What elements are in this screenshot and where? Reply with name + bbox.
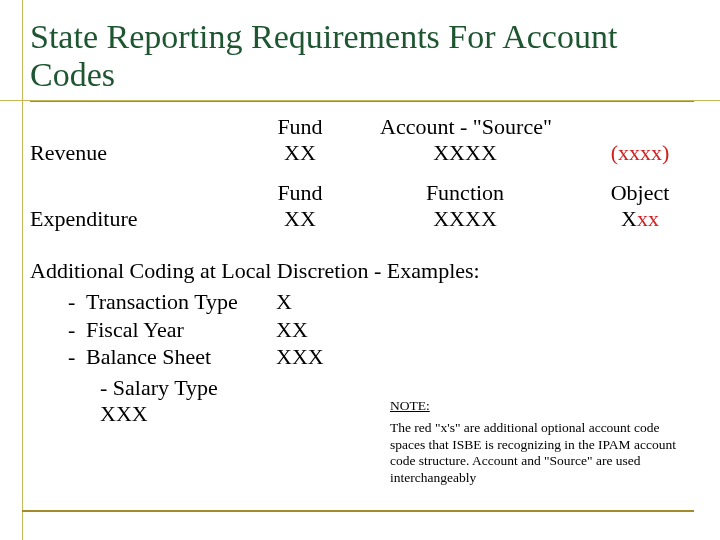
- exp-fund-value: XX: [230, 206, 370, 232]
- exp-object-header: Object: [560, 180, 720, 206]
- expenditure-headers: Fund Function Object: [30, 180, 694, 206]
- note-box: NOTE: The red "x's" are additional optio…: [390, 398, 690, 486]
- addl-label: Transaction Type: [86, 288, 276, 316]
- exp-object-prefix: X: [621, 206, 637, 231]
- expenditure-values: Expenditure XX XXXX Xxx: [30, 206, 694, 232]
- dash-icon: -: [68, 288, 86, 316]
- exp-object-value: Xxx: [560, 206, 720, 232]
- exp-fund-header: Fund: [230, 180, 370, 206]
- expenditure-label: Expenditure: [30, 206, 230, 232]
- list-item: - Fiscal Year XX: [68, 316, 694, 344]
- dash-icon: -: [68, 316, 86, 344]
- revenue-headers: Fund Account - "Source": [30, 114, 694, 140]
- exp-object-suffix: xx: [637, 206, 659, 231]
- revenue-label: Revenue: [30, 140, 230, 166]
- list-item: - Balance Sheet XXX: [68, 343, 694, 371]
- revenue-values: Revenue XX XXXX (xxxx): [30, 140, 694, 166]
- addl-value: XX: [276, 316, 356, 344]
- salary-type-label: - Salary Type: [100, 375, 694, 401]
- vertical-rule: [22, 0, 23, 540]
- page-title: State Reporting Requirements For Account…: [30, 18, 694, 94]
- note-heading: NOTE:: [390, 398, 690, 414]
- revenue-optional-value: (xxxx): [560, 140, 720, 166]
- exp-function-value: XXXX: [370, 206, 560, 232]
- additional-list: - Transaction Type X - Fiscal Year XX - …: [68, 288, 694, 371]
- list-item: - Transaction Type X: [68, 288, 694, 316]
- exp-function-header: Function: [370, 180, 560, 206]
- addl-label: Fiscal Year: [86, 316, 276, 344]
- revenue-fund-value: XX: [230, 140, 370, 166]
- addl-value: X: [276, 288, 356, 316]
- additional-heading: Additional Coding at Local Discretion - …: [30, 258, 694, 284]
- revenue-fund-header: Fund: [230, 114, 370, 140]
- addl-label: Balance Sheet: [86, 343, 276, 371]
- addl-value: XXX: [276, 343, 356, 371]
- thin-top-rule: [0, 100, 720, 101]
- dash-icon: -: [68, 343, 86, 371]
- note-body: The red "x's" are additional optional ac…: [390, 420, 690, 486]
- bottom-rule: [22, 510, 694, 512]
- revenue-account-value: XXXX: [370, 140, 560, 166]
- revenue-account-header: Account - "Source": [370, 114, 720, 140]
